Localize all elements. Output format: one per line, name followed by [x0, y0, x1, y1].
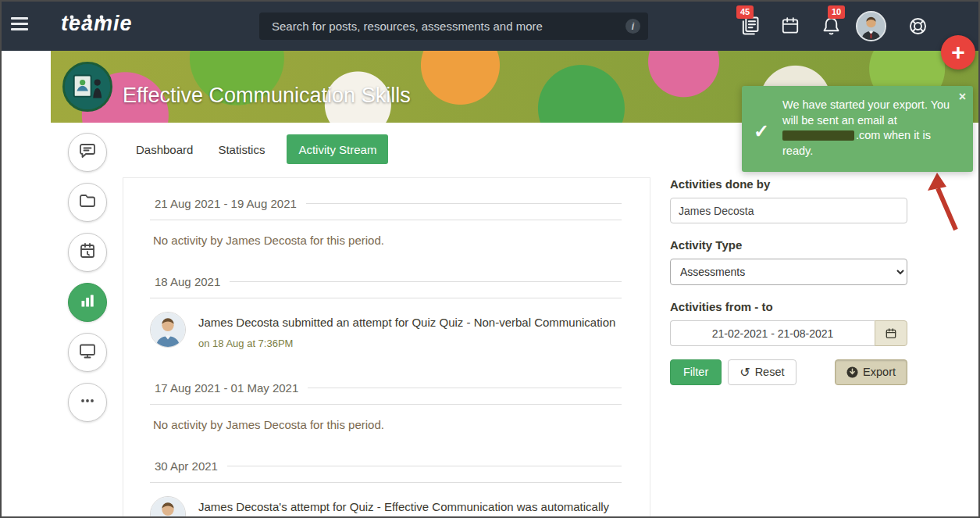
tab-activity-stream[interactable]: Activity Stream [287, 134, 388, 164]
screen: teamie i 45 10 [0, 0, 980, 518]
sidebar-item-screen[interactable] [68, 333, 107, 372]
sidebar-item-statistics[interactable] [68, 283, 107, 322]
filter-panel: Activities done by Activity Type Assessm… [670, 177, 907, 385]
user-avatar[interactable] [856, 11, 886, 41]
info-icon[interactable]: i [625, 19, 640, 34]
top-navbar: teamie i 45 10 [2, 2, 978, 51]
activity-timestamp: on 18 Aug at 7:36PM [198, 335, 615, 352]
toast-close-icon[interactable]: × [959, 91, 966, 103]
date-range-label: 18 Aug 2021 [155, 275, 220, 288]
calendar-icon [78, 241, 97, 263]
avatar[interactable] [150, 312, 186, 348]
activity-type-label: Activity Type [670, 238, 907, 252]
date-range-group [670, 320, 907, 346]
toast-message: We have started your export. You will be… [782, 98, 954, 159]
course-tabs: Dashboard Statistics Activity Stream [136, 134, 388, 164]
export-icon [846, 366, 858, 378]
activity-text: James Decosta's attempt for Quiz - Effec… [198, 496, 620, 518]
activity-item: James Decosta's attempt for Quiz - Effec… [150, 496, 622, 518]
redacted-email [782, 130, 854, 141]
calendar-icon[interactable] [780, 16, 800, 36]
discussions-icon [78, 141, 97, 163]
date-divider: 21 Aug 2021 - 19 Aug 2021 [150, 197, 622, 220]
export-button[interactable]: Export [835, 359, 907, 385]
filter-button[interactable]: Filter [670, 359, 722, 385]
logo-figures-icon [66, 6, 112, 30]
activity-type-select[interactable]: Assessments [670, 259, 907, 285]
annotation-arrow [926, 173, 962, 235]
avatar[interactable] [150, 496, 186, 518]
add-content-button[interactable]: + [941, 35, 975, 70]
date-range-label: 17 Aug 2021 - 01 May 2021 [155, 381, 298, 395]
no-activity-text: No activity by James Decosta for this pe… [153, 418, 622, 431]
no-activity-text: No activity by James Decosta for this pe… [153, 234, 622, 247]
done-by-input[interactable] [670, 198, 907, 223]
tab-statistics[interactable]: Statistics [205, 134, 277, 164]
reset-icon: ↺ [739, 366, 750, 379]
ellipsis-icon [78, 391, 97, 413]
help-ring-icon[interactable] [907, 16, 928, 37]
sidebar-item-materials[interactable] [68, 183, 107, 222]
calendar-picker-button[interactable] [875, 320, 907, 346]
date-divider: 17 Aug 2021 - 01 May 2021 [150, 381, 622, 405]
activity-item: James Decosta submitted an attempt for Q… [150, 312, 622, 352]
reset-button[interactable]: ↺Reset [728, 359, 796, 385]
menu-icon[interactable] [11, 17, 30, 34]
bar-chart-icon [78, 291, 97, 313]
filter-buttons-row: Filter ↺Reset Export [670, 359, 907, 385]
sidebar-item-discussions[interactable] [68, 133, 107, 172]
posts-badge: 45 [736, 5, 754, 19]
sidebar-item-more[interactable] [68, 383, 107, 422]
teamie-logo[interactable]: teamie [61, 12, 133, 36]
tab-dashboard[interactable]: Dashboard [136, 134, 205, 164]
export-toast: ✓ × We have started your export. You wil… [742, 86, 973, 172]
date-range-input[interactable] [670, 320, 875, 346]
folder-icon [78, 191, 97, 213]
course-avatar[interactable] [62, 62, 112, 112]
done-by-label: Activities done by [670, 177, 907, 191]
date-range-label: 30 Apr 2021 [155, 459, 218, 473]
date-divider: 18 Aug 2021 [150, 275, 622, 298]
date-range-label: 21 Aug 2021 - 19 Aug 2021 [155, 197, 297, 210]
sidebar-item-calendar[interactable] [68, 233, 107, 272]
activity-stream-panel: 21 Aug 2021 - 19 Aug 2021 No activity by… [123, 177, 650, 518]
search-input[interactable] [270, 19, 625, 34]
plus-icon: + [951, 41, 965, 64]
monitor-icon [78, 341, 97, 363]
notifications-badge: 10 [828, 5, 845, 19]
global-search: i [259, 13, 648, 40]
date-range-label: Activities from - to [670, 300, 907, 313]
check-icon: ✓ [754, 120, 769, 142]
activity-text: James Decosta submitted an attempt for Q… [198, 312, 615, 352]
course-title: Effective Communication Skills [123, 84, 411, 108]
date-divider: 30 Apr 2021 [150, 459, 622, 483]
